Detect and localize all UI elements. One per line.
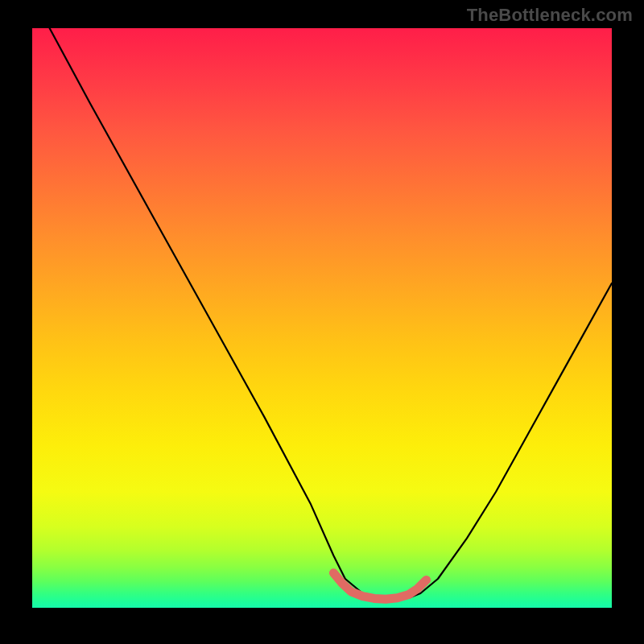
curve-layer [32, 28, 612, 608]
plot-area [32, 28, 612, 608]
main-curve [50, 28, 612, 598]
trough-highlight [333, 573, 426, 599]
watermark-text: TheBottleneck.com [467, 5, 633, 26]
chart-frame: TheBottleneck.com [0, 0, 644, 644]
